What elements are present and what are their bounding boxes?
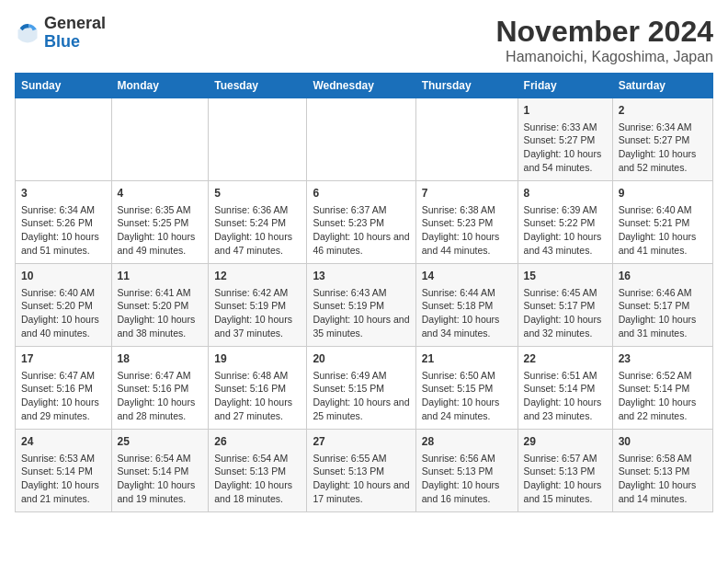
day-info: Sunrise: 6:57 AMSunset: 5:13 PMDaylight:… bbox=[524, 452, 607, 506]
day-info: Sunrise: 6:43 AMSunset: 5:19 PMDaylight:… bbox=[313, 286, 409, 340]
day-number: 29 bbox=[524, 434, 607, 450]
day-number: 17 bbox=[21, 351, 106, 367]
day-number: 15 bbox=[524, 269, 607, 284]
calendar-cell: 30Sunrise: 6:58 AMSunset: 5:13 PMDayligh… bbox=[612, 430, 712, 512]
day-number: 30 bbox=[619, 434, 707, 450]
day-number: 7 bbox=[422, 186, 512, 201]
day-info: Sunrise: 6:37 AMSunset: 5:23 PMDaylight:… bbox=[313, 203, 409, 258]
day-info: Sunrise: 6:54 AMSunset: 5:14 PMDaylight:… bbox=[118, 452, 203, 506]
calendar-cell bbox=[307, 98, 415, 181]
day-number: 21 bbox=[422, 351, 512, 367]
day-header: Tuesday bbox=[209, 74, 307, 98]
calendar-cell: 21Sunrise: 6:50 AMSunset: 5:15 PMDayligh… bbox=[415, 347, 518, 430]
calendar-cell: 9Sunrise: 6:40 AMSunset: 5:21 PMDaylight… bbox=[612, 181, 712, 264]
calendar-cell: 23Sunrise: 6:52 AMSunset: 5:14 PMDayligh… bbox=[612, 347, 712, 430]
day-number: 10 bbox=[21, 269, 106, 284]
day-number: 24 bbox=[21, 434, 106, 450]
day-info: Sunrise: 6:49 AMSunset: 5:15 PMDaylight:… bbox=[313, 369, 409, 423]
calendar-cell: 29Sunrise: 6:57 AMSunset: 5:13 PMDayligh… bbox=[518, 430, 612, 512]
calendar-cell: 13Sunrise: 6:43 AMSunset: 5:19 PMDayligh… bbox=[307, 264, 415, 347]
calendar-cell: 8Sunrise: 6:39 AMSunset: 5:22 PMDaylight… bbox=[518, 181, 612, 264]
calendar-cell bbox=[16, 98, 112, 181]
calendar-cell: 28Sunrise: 6:56 AMSunset: 5:13 PMDayligh… bbox=[415, 430, 518, 512]
calendar-cell: 12Sunrise: 6:42 AMSunset: 5:19 PMDayligh… bbox=[209, 264, 307, 347]
logo-icon bbox=[15, 20, 40, 46]
calendar-cell: 4Sunrise: 6:35 AMSunset: 5:25 PMDaylight… bbox=[111, 181, 209, 264]
day-number: 13 bbox=[313, 269, 409, 284]
day-info: Sunrise: 6:47 AMSunset: 5:16 PMDaylight:… bbox=[118, 369, 203, 423]
calendar-cell: 18Sunrise: 6:47 AMSunset: 5:16 PMDayligh… bbox=[111, 347, 209, 430]
calendar-cell: 26Sunrise: 6:54 AMSunset: 5:13 PMDayligh… bbox=[209, 430, 307, 512]
logo: General Blue bbox=[15, 15, 106, 52]
page-title: November 2024 bbox=[495, 15, 713, 49]
calendar-cell: 7Sunrise: 6:38 AMSunset: 5:23 PMDaylight… bbox=[415, 181, 518, 264]
logo-general: General bbox=[44, 14, 106, 32]
day-info: Sunrise: 6:50 AMSunset: 5:15 PMDaylight:… bbox=[422, 369, 512, 423]
day-info: Sunrise: 6:34 AMSunset: 5:26 PMDaylight:… bbox=[21, 203, 106, 258]
calendar-cell: 22Sunrise: 6:51 AMSunset: 5:14 PMDayligh… bbox=[518, 347, 612, 430]
calendar-cell: 25Sunrise: 6:54 AMSunset: 5:14 PMDayligh… bbox=[111, 430, 209, 512]
day-info: Sunrise: 6:40 AMSunset: 5:21 PMDaylight:… bbox=[619, 203, 707, 258]
day-info: Sunrise: 6:48 AMSunset: 5:16 PMDaylight:… bbox=[214, 369, 301, 423]
calendar-cell: 15Sunrise: 6:45 AMSunset: 5:17 PMDayligh… bbox=[518, 264, 612, 347]
day-number: 4 bbox=[118, 186, 203, 201]
day-info: Sunrise: 6:42 AMSunset: 5:19 PMDaylight:… bbox=[214, 286, 301, 340]
day-info: Sunrise: 6:40 AMSunset: 5:20 PMDaylight:… bbox=[21, 286, 106, 340]
day-info: Sunrise: 6:36 AMSunset: 5:24 PMDaylight:… bbox=[214, 203, 301, 258]
day-number: 12 bbox=[214, 269, 301, 284]
day-number: 14 bbox=[422, 269, 512, 284]
logo-blue: Blue bbox=[44, 32, 80, 51]
page-header: General Blue November 2024 Hamanoichi, K… bbox=[15, 15, 713, 65]
day-number: 18 bbox=[118, 351, 203, 367]
calendar-cell: 5Sunrise: 6:36 AMSunset: 5:24 PMDaylight… bbox=[209, 181, 307, 264]
day-info: Sunrise: 6:51 AMSunset: 5:14 PMDaylight:… bbox=[524, 369, 607, 423]
calendar-row: 3Sunrise: 6:34 AMSunset: 5:26 PMDaylight… bbox=[16, 181, 713, 264]
day-info: Sunrise: 6:55 AMSunset: 5:13 PMDaylight:… bbox=[313, 452, 409, 506]
day-header: Saturday bbox=[612, 74, 712, 98]
day-number: 23 bbox=[619, 351, 707, 367]
day-header: Wednesday bbox=[307, 74, 415, 98]
calendar-row: 10Sunrise: 6:40 AMSunset: 5:20 PMDayligh… bbox=[16, 264, 713, 347]
day-number: 27 bbox=[313, 434, 409, 450]
day-number: 2 bbox=[619, 103, 707, 119]
calendar-cell: 17Sunrise: 6:47 AMSunset: 5:16 PMDayligh… bbox=[16, 347, 112, 430]
day-number: 3 bbox=[21, 186, 106, 201]
calendar-cell: 14Sunrise: 6:44 AMSunset: 5:18 PMDayligh… bbox=[415, 264, 518, 347]
calendar-cell: 16Sunrise: 6:46 AMSunset: 5:17 PMDayligh… bbox=[612, 264, 712, 347]
calendar-cell: 19Sunrise: 6:48 AMSunset: 5:16 PMDayligh… bbox=[209, 347, 307, 430]
calendar-cell: 2Sunrise: 6:34 AMSunset: 5:27 PMDaylight… bbox=[612, 98, 712, 181]
day-info: Sunrise: 6:47 AMSunset: 5:16 PMDaylight:… bbox=[21, 369, 106, 423]
day-number: 8 bbox=[524, 186, 607, 201]
day-info: Sunrise: 6:35 AMSunset: 5:25 PMDaylight:… bbox=[118, 203, 203, 258]
day-number: 11 bbox=[118, 269, 203, 284]
day-header: Sunday bbox=[16, 74, 112, 98]
day-info: Sunrise: 6:41 AMSunset: 5:20 PMDaylight:… bbox=[118, 286, 203, 340]
day-info: Sunrise: 6:44 AMSunset: 5:18 PMDaylight:… bbox=[422, 286, 512, 340]
day-number: 16 bbox=[619, 269, 707, 284]
day-number: 28 bbox=[422, 434, 512, 450]
day-info: Sunrise: 6:38 AMSunset: 5:23 PMDaylight:… bbox=[422, 203, 512, 258]
calendar-cell: 20Sunrise: 6:49 AMSunset: 5:15 PMDayligh… bbox=[307, 347, 415, 430]
day-header: Friday bbox=[518, 74, 612, 98]
day-info: Sunrise: 6:58 AMSunset: 5:13 PMDaylight:… bbox=[619, 452, 707, 506]
calendar-row: 24Sunrise: 6:53 AMSunset: 5:14 PMDayligh… bbox=[16, 430, 713, 512]
calendar-cell bbox=[209, 98, 307, 181]
calendar-cell: 11Sunrise: 6:41 AMSunset: 5:20 PMDayligh… bbox=[111, 264, 209, 347]
day-info: Sunrise: 6:54 AMSunset: 5:13 PMDaylight:… bbox=[214, 452, 301, 506]
calendar-cell: 10Sunrise: 6:40 AMSunset: 5:20 PMDayligh… bbox=[16, 264, 112, 347]
calendar-row: 1Sunrise: 6:33 AMSunset: 5:27 PMDaylight… bbox=[16, 98, 713, 181]
day-number: 20 bbox=[313, 351, 409, 367]
day-number: 19 bbox=[214, 351, 301, 367]
day-info: Sunrise: 6:33 AMSunset: 5:27 PMDaylight:… bbox=[524, 121, 607, 175]
day-info: Sunrise: 6:45 AMSunset: 5:17 PMDaylight:… bbox=[524, 286, 607, 340]
calendar-table: SundayMondayTuesdayWednesdayThursdayFrid… bbox=[15, 73, 713, 512]
day-number: 9 bbox=[619, 186, 707, 201]
day-info: Sunrise: 6:39 AMSunset: 5:22 PMDaylight:… bbox=[524, 203, 607, 258]
title-block: November 2024 Hamanoichi, Kagoshima, Jap… bbox=[495, 15, 713, 65]
day-number: 6 bbox=[313, 186, 409, 201]
calendar-cell: 1Sunrise: 6:33 AMSunset: 5:27 PMDaylight… bbox=[518, 98, 612, 181]
logo-text: General Blue bbox=[44, 15, 106, 52]
page-subtitle: Hamanoichi, Kagoshima, Japan bbox=[495, 49, 713, 65]
day-info: Sunrise: 6:46 AMSunset: 5:17 PMDaylight:… bbox=[619, 286, 707, 340]
day-number: 26 bbox=[214, 434, 301, 450]
